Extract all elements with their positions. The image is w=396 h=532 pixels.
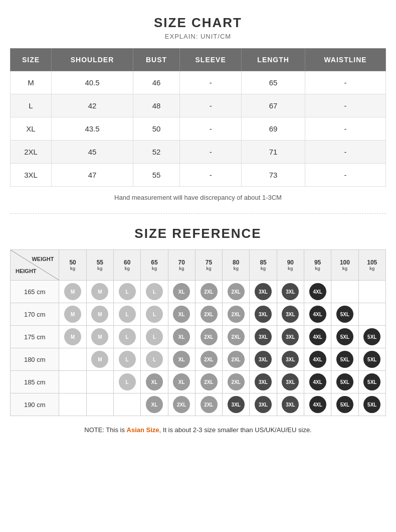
size-bubble: 4XL [309,396,326,413]
height-cell: 170 cm [11,303,59,326]
weight-col-90: 90kg [277,250,304,281]
size-bubble: 2XL [228,351,245,368]
size-bubble-cell: L [114,281,141,303]
size-bubble-cell: M [59,281,86,303]
size-note: NOTE: This is Asian Size, It is about 2-… [10,426,386,434]
size-bubble-cell: XL [168,303,195,326]
height-cell: 180 cm [11,348,59,371]
size-bubble-cell [358,303,385,326]
size-bubble: 3XL [255,328,272,345]
size-bubble: L [146,283,163,300]
note-suffix: , It is about 2-3 size smaller than US/U… [159,426,312,434]
size-bubble: 4XL [309,328,326,345]
size-bubble-cell: L [141,348,168,371]
size-bubble-cell: 3XL [250,348,277,371]
height-cell: 190 cm [11,393,59,416]
size-bubble: 2XL [173,396,190,413]
size-bubble-cell: 4XL [304,393,331,416]
asian-size-label: Asian Size [127,426,159,434]
table-row: 170 cmMMLLXL2XL2XL3XL3XL4XL5XL [11,303,386,326]
size-bubble-cell: M [59,303,86,326]
size-bubble: M [64,306,81,323]
size-bubble: M [91,351,108,368]
size-bubble-cell: 3XL [277,303,304,326]
size-bubble-cell: 2XL [195,303,222,326]
size-bubble: 5XL [336,351,353,368]
size-bubble: 3XL [282,306,299,323]
size-bubble: L [146,328,163,345]
height-cell: 175 cm [11,326,59,348]
size-bubble-cell: M [86,303,113,326]
size-bubble: 2XL [201,306,218,323]
size-bubble-cell: 2XL [195,371,222,393]
size-bubble: 2XL [228,306,245,323]
corner-header-cell: WEIGHT HEIGHT [11,250,59,281]
size-bubble-cell [86,371,113,393]
size-bubble-cell: 5XL [331,393,358,416]
size-bubble: 3XL [255,306,272,323]
size-bubble-cell: XL [168,326,195,348]
size-bubble-cell: 4XL [304,371,331,393]
note-prefix: NOTE: This is [84,426,126,434]
weight-col-55: 55kg [86,250,113,281]
weight-col-75: 75kg [195,250,222,281]
size-bubble-cell: XL [141,371,168,393]
size-bubble-cell: XL [168,281,195,303]
corner-height-label: HEIGHT [16,268,37,274]
size-bubble: L [146,351,163,368]
size-bubble: 2XL [228,373,245,390]
size-bubble: 3XL [282,351,299,368]
size-bubble: 2XL [201,328,218,345]
size-bubble-cell: L [141,281,168,303]
weight-col-85: 85kg [250,250,277,281]
size-chart-subtitle: EXPLAIN: UNIT/CM [10,33,386,40]
size-bubble: 3XL [282,283,299,300]
size-bubble-cell: 3XL [250,393,277,416]
size-bubble: XL [173,373,190,390]
size-bubble-cell: 3XL [277,326,304,348]
weight-col-50: 50kg [59,250,86,281]
size-bubble-cell: 3XL [250,303,277,326]
size-bubble: 5XL [363,373,380,390]
size-bubble-cell: XL [141,393,168,416]
size-bubble: L [119,283,136,300]
size-bubble: M [91,306,108,323]
size-chart-title: SIZE CHART [10,15,386,31]
size-bubble: M [64,328,81,345]
size-bubble-cell: 4XL [304,326,331,348]
size-chart-table: SIZESHOULDERBUSTSLEEVELENGTHWAISTLINE M4… [10,48,386,187]
table-row: 175 cmMMLLXL2XL2XL3XL3XL4XL5XL5XL [11,326,386,348]
size-bubble: 3XL [282,396,299,413]
size-bubble-cell: 3XL [250,326,277,348]
size-bubble-cell: 2XL [195,393,222,416]
size-bubble: 3XL [228,396,245,413]
size-reference-table: WEIGHT HEIGHT 50kg55kg60kg65kg70kg75kg80… [10,249,386,416]
size-bubble: L [119,351,136,368]
size-bubble-cell: XL [168,348,195,371]
size-bubble-cell: 3XL [250,371,277,393]
weight-col-70: 70kg [168,250,195,281]
size-bubble-cell: 2XL [168,393,195,416]
weight-col-65: 65kg [141,250,168,281]
table-row: 3XL4755-73- [11,164,386,187]
size-bubble-cell: 2XL [223,371,250,393]
size-bubble-cell: 2XL [223,326,250,348]
size-bubble: XL [173,306,190,323]
size-bubble: 3XL [255,283,272,300]
size-bubble-cell: 5XL [331,326,358,348]
size-bubble: 3XL [255,396,272,413]
size-bubble: M [91,328,108,345]
corner-weight-label: WEIGHT [32,256,54,262]
size-bubble-cell: L [114,326,141,348]
size-bubble: XL [173,351,190,368]
table-row: 2XL4552-71- [11,141,386,164]
size-bubble-cell: 3XL [277,371,304,393]
size-bubble: 2XL [201,373,218,390]
size-bubble: 4XL [309,306,326,323]
size-bubble: 3XL [282,373,299,390]
size-bubble: L [119,328,136,345]
size-bubble: M [64,283,81,300]
size-bubble: 2XL [228,328,245,345]
size-bubble-cell: 4XL [304,303,331,326]
size-bubble-cell: L [141,326,168,348]
